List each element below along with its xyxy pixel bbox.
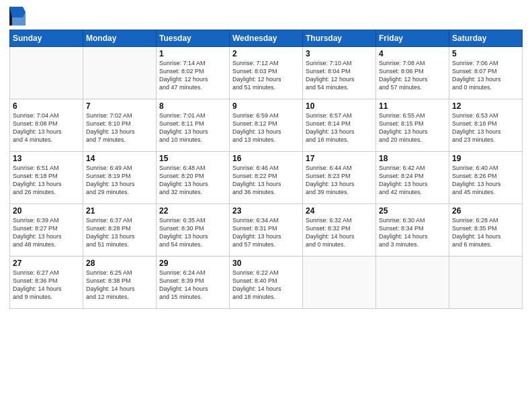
calendar-cell: 29Sunrise: 6:24 AMSunset: 8:39 PMDayligh…: [157, 257, 230, 309]
calendar-header-friday: Friday: [376, 30, 449, 47]
calendar-cell: 30Sunrise: 6:22 AMSunset: 8:40 PMDayligh…: [230, 257, 303, 309]
calendar-cell: 6Sunrise: 7:04 AMSunset: 8:08 PMDaylight…: [10, 99, 83, 152]
calendar-week-4: 20Sunrise: 6:39 AMSunset: 8:27 PMDayligh…: [10, 204, 523, 257]
day-number: 1: [159, 49, 226, 58]
calendar-cell: 14Sunrise: 6:49 AMSunset: 8:19 PMDayligh…: [83, 152, 157, 204]
calendar-header-tuesday: Tuesday: [157, 30, 230, 47]
calendar-cell: 3Sunrise: 7:10 AMSunset: 8:04 PMDaylight…: [303, 47, 376, 99]
calendar-cell: [449, 257, 523, 309]
day-info: Sunrise: 6:57 AMSunset: 8:14 PMDaylight:…: [306, 111, 373, 144]
calendar-cell: 12Sunrise: 6:53 AMSunset: 8:16 PMDayligh…: [449, 99, 523, 152]
day-number: 12: [452, 101, 519, 111]
day-info: Sunrise: 7:14 AMSunset: 8:02 PMDaylight:…: [159, 59, 226, 92]
day-number: 27: [13, 259, 80, 268]
day-number: 13: [13, 154, 80, 163]
calendar-week-3: 13Sunrise: 6:51 AMSunset: 8:18 PMDayligh…: [10, 152, 523, 204]
day-number: 3: [306, 49, 373, 58]
calendar-header-sunday: Sunday: [10, 30, 83, 47]
calendar-cell: 27Sunrise: 6:27 AMSunset: 8:36 PMDayligh…: [10, 257, 83, 309]
day-number: 7: [86, 101, 153, 111]
calendar-cell: 18Sunrise: 6:42 AMSunset: 8:24 PMDayligh…: [376, 152, 449, 204]
calendar-header-thursday: Thursday: [303, 30, 376, 47]
day-info: Sunrise: 6:44 AMSunset: 8:23 PMDaylight:…: [306, 164, 373, 197]
calendar-cell: 5Sunrise: 7:06 AMSunset: 8:07 PMDaylight…: [449, 47, 523, 99]
day-info: Sunrise: 7:10 AMSunset: 8:04 PMDaylight:…: [306, 59, 373, 92]
calendar-header-saturday: Saturday: [449, 30, 523, 47]
calendar-cell: 28Sunrise: 6:25 AMSunset: 8:38 PMDayligh…: [83, 257, 157, 309]
calendar-header-row: SundayMondayTuesdayWednesdayThursdayFrid…: [10, 30, 523, 47]
day-number: 15: [159, 154, 226, 163]
day-number: 26: [452, 206, 519, 216]
calendar-cell: [303, 257, 376, 309]
day-info: Sunrise: 7:12 AMSunset: 8:03 PMDaylight:…: [232, 59, 300, 92]
calendar-cell: 13Sunrise: 6:51 AMSunset: 8:18 PMDayligh…: [10, 152, 83, 204]
day-info: Sunrise: 6:55 AMSunset: 8:15 PMDaylight:…: [379, 111, 446, 144]
calendar-cell: 7Sunrise: 7:02 AMSunset: 8:10 PMDaylight…: [83, 99, 157, 152]
day-number: 23: [232, 206, 300, 216]
day-info: Sunrise: 6:24 AMSunset: 8:39 PMDaylight:…: [159, 269, 226, 302]
day-info: Sunrise: 6:59 AMSunset: 8:12 PMDaylight:…: [232, 111, 300, 144]
day-number: 21: [86, 206, 153, 216]
day-info: Sunrise: 6:51 AMSunset: 8:18 PMDaylight:…: [13, 164, 80, 197]
day-number: 8: [159, 101, 226, 111]
calendar-cell: 20Sunrise: 6:39 AMSunset: 8:27 PMDayligh…: [10, 204, 83, 257]
day-info: Sunrise: 6:48 AMSunset: 8:20 PMDaylight:…: [159, 164, 226, 197]
day-info: Sunrise: 6:22 AMSunset: 8:40 PMDaylight:…: [232, 269, 300, 302]
calendar-cell: 25Sunrise: 6:30 AMSunset: 8:34 PMDayligh…: [376, 204, 449, 257]
page: SundayMondayTuesdayWednesdayThursdayFrid…: [0, 0, 532, 411]
calendar-cell: 24Sunrise: 6:32 AMSunset: 8:32 PMDayligh…: [303, 204, 376, 257]
calendar-cell: 9Sunrise: 6:59 AMSunset: 8:12 PMDaylight…: [230, 99, 303, 152]
calendar-week-5: 27Sunrise: 6:27 AMSunset: 8:36 PMDayligh…: [10, 257, 523, 309]
day-number: 24: [306, 206, 373, 216]
day-info: Sunrise: 6:46 AMSunset: 8:22 PMDaylight:…: [232, 164, 300, 197]
day-info: Sunrise: 7:01 AMSunset: 8:11 PMDaylight:…: [159, 111, 226, 144]
calendar-cell: 1Sunrise: 7:14 AMSunset: 8:02 PMDaylight…: [157, 47, 230, 99]
logo-icon: [9, 7, 26, 26]
day-info: Sunrise: 6:53 AMSunset: 8:16 PMDaylight:…: [452, 111, 519, 144]
calendar-cell: [376, 257, 449, 309]
day-number: 9: [232, 101, 300, 111]
day-info: Sunrise: 7:08 AMSunset: 8:06 PMDaylight:…: [379, 59, 446, 92]
calendar-week-2: 6Sunrise: 7:04 AMSunset: 8:08 PMDaylight…: [10, 99, 523, 152]
day-info: Sunrise: 6:25 AMSunset: 8:38 PMDaylight:…: [86, 269, 153, 302]
day-info: Sunrise: 6:42 AMSunset: 8:24 PMDaylight:…: [379, 164, 446, 197]
day-info: Sunrise: 6:40 AMSunset: 8:26 PMDaylight:…: [452, 164, 519, 197]
calendar-cell: 23Sunrise: 6:34 AMSunset: 8:31 PMDayligh…: [230, 204, 303, 257]
calendar-cell: 19Sunrise: 6:40 AMSunset: 8:26 PMDayligh…: [449, 152, 523, 204]
day-info: Sunrise: 6:39 AMSunset: 8:27 PMDaylight:…: [13, 216, 80, 249]
day-number: 22: [159, 206, 226, 216]
day-number: 18: [379, 154, 446, 163]
calendar-header-wednesday: Wednesday: [230, 30, 303, 47]
day-number: 16: [232, 154, 300, 163]
calendar-cell: [83, 47, 157, 99]
day-number: 6: [13, 101, 80, 111]
calendar-cell: 16Sunrise: 6:46 AMSunset: 8:22 PMDayligh…: [230, 152, 303, 204]
calendar-cell: [10, 47, 83, 99]
calendar-cell: 11Sunrise: 6:55 AMSunset: 8:15 PMDayligh…: [376, 99, 449, 152]
calendar-cell: 26Sunrise: 6:28 AMSunset: 8:35 PMDayligh…: [449, 204, 523, 257]
day-info: Sunrise: 7:04 AMSunset: 8:08 PMDaylight:…: [13, 111, 80, 144]
day-info: Sunrise: 6:37 AMSunset: 8:28 PMDaylight:…: [86, 216, 153, 249]
day-number: 2: [232, 49, 300, 58]
day-number: 4: [379, 49, 446, 58]
day-number: 28: [86, 259, 153, 268]
day-info: Sunrise: 6:30 AMSunset: 8:34 PMDaylight:…: [379, 216, 446, 249]
calendar-cell: 8Sunrise: 7:01 AMSunset: 8:11 PMDaylight…: [157, 99, 230, 152]
day-number: 29: [159, 259, 226, 268]
calendar-cell: 17Sunrise: 6:44 AMSunset: 8:23 PMDayligh…: [303, 152, 376, 204]
day-number: 25: [379, 206, 446, 216]
day-number: 14: [86, 154, 153, 163]
day-number: 19: [452, 154, 519, 163]
day-info: Sunrise: 6:28 AMSunset: 8:35 PMDaylight:…: [452, 216, 519, 249]
day-number: 5: [452, 49, 519, 58]
day-info: Sunrise: 6:35 AMSunset: 8:30 PMDaylight:…: [159, 216, 226, 249]
calendar-cell: 10Sunrise: 6:57 AMSunset: 8:14 PMDayligh…: [303, 99, 376, 152]
day-info: Sunrise: 6:49 AMSunset: 8:19 PMDaylight:…: [86, 164, 153, 197]
day-info: Sunrise: 6:34 AMSunset: 8:31 PMDaylight:…: [232, 216, 300, 249]
day-number: 30: [232, 259, 300, 268]
calendar-cell: 4Sunrise: 7:08 AMSunset: 8:06 PMDaylight…: [376, 47, 449, 99]
day-number: 20: [13, 206, 80, 216]
calendar: SundayMondayTuesdayWednesdayThursdayFrid…: [9, 30, 523, 309]
day-info: Sunrise: 6:27 AMSunset: 8:36 PMDaylight:…: [13, 269, 80, 302]
day-info: Sunrise: 6:32 AMSunset: 8:32 PMDaylight:…: [306, 216, 373, 249]
